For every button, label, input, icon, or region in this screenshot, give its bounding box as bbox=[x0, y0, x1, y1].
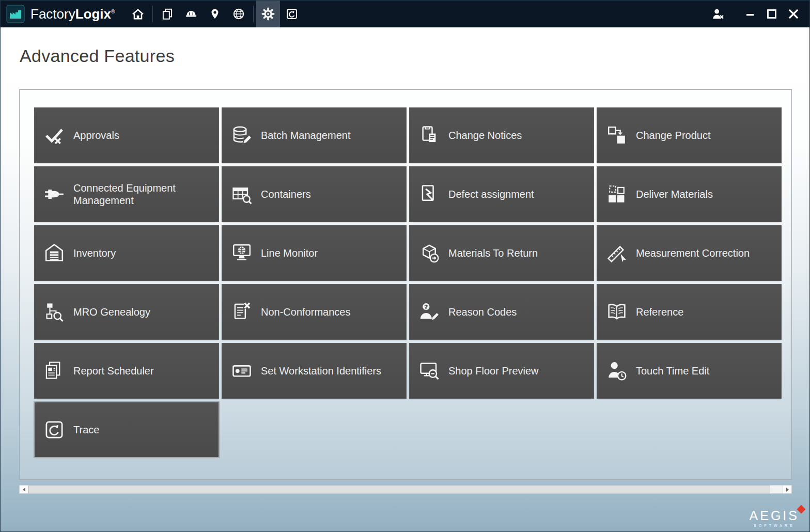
tile-approvals[interactable]: Approvals bbox=[35, 108, 219, 163]
tile-label: Change Notices bbox=[448, 129, 526, 142]
tile-report-scheduler[interactable]: Report Scheduler bbox=[35, 343, 219, 398]
trace-icon[interactable] bbox=[280, 1, 304, 27]
person-question-icon: ? bbox=[417, 300, 442, 324]
tile-label: MRO Genealogy bbox=[73, 306, 154, 318]
app-title: FactoryLogix® bbox=[30, 6, 115, 22]
user-sign-out-icon[interactable] bbox=[706, 1, 730, 27]
factorylogix-logo-icon bbox=[6, 4, 25, 24]
toolbar-separator bbox=[253, 6, 254, 22]
trace-rotate-icon bbox=[42, 417, 67, 442]
tile-containers[interactable]: Containers bbox=[222, 167, 406, 222]
tile-label: Trace bbox=[73, 424, 103, 436]
monitor-search-icon bbox=[417, 358, 442, 383]
globe-icon[interactable] bbox=[227, 1, 251, 27]
tile-label: Materials To Return bbox=[448, 247, 542, 259]
plug-icon bbox=[42, 182, 67, 207]
scroll-left-arrow-icon[interactable] bbox=[20, 486, 28, 493]
tile-label: Non-Conformances bbox=[261, 306, 354, 318]
tile-connected-equipment-management[interactable]: Connected Equipment Management bbox=[35, 167, 219, 222]
warehouse-icon bbox=[42, 241, 67, 265]
tile-change-notices[interactable]: Change Notices bbox=[410, 108, 594, 163]
tile-label: Approvals bbox=[73, 129, 123, 142]
tile-label: Report Scheduler bbox=[73, 365, 158, 377]
toolbar-separator bbox=[152, 6, 153, 22]
tile-line-monitor[interactable]: Line Monitor bbox=[222, 226, 406, 280]
id-badge-icon bbox=[229, 358, 254, 383]
tile-label: Reason Codes bbox=[448, 306, 521, 318]
tile-reason-codes[interactable]: ? Reason Codes bbox=[410, 285, 594, 339]
home-icon[interactable] bbox=[126, 1, 150, 27]
tile-label: Set Workstation Identifiers bbox=[261, 365, 385, 377]
tile-trace[interactable]: Trace bbox=[35, 402, 219, 457]
tile-label: Shop Floor Preview bbox=[448, 365, 543, 377]
tile-change-product[interactable]: Change Product bbox=[597, 108, 781, 163]
horizontal-scrollbar[interactable] bbox=[19, 485, 792, 494]
tile-label: Containers bbox=[261, 188, 315, 200]
location-pin-icon[interactable] bbox=[203, 1, 227, 27]
table-search-icon bbox=[229, 182, 254, 207]
tile-label: Change Product bbox=[636, 129, 715, 142]
aegis-branding: AEGIS SOFTWARE bbox=[750, 508, 799, 527]
svg-text:?: ? bbox=[424, 303, 428, 311]
brand-name: AEGIS bbox=[750, 508, 799, 523]
tile-materials-to-return[interactable]: Materials To Return bbox=[410, 226, 594, 280]
tile-non-conformances[interactable]: Non-Conformances bbox=[222, 285, 406, 339]
approvals-check-icon bbox=[42, 123, 67, 148]
tile-label: Batch Management bbox=[261, 129, 354, 142]
hierarchy-search-icon bbox=[42, 300, 67, 324]
defect-document-icon bbox=[417, 182, 442, 207]
tile-reference[interactable]: Reference bbox=[597, 285, 781, 339]
report-pages-icon bbox=[42, 358, 67, 383]
scroll-right-arrow-icon[interactable] bbox=[783, 486, 791, 493]
tile-label: Touch Time Edit bbox=[636, 365, 713, 377]
tile-label: Measurement Correction bbox=[636, 247, 754, 259]
hard-hat-icon[interactable] bbox=[179, 1, 203, 27]
tile-batch-management[interactable]: Batch Management bbox=[222, 108, 406, 163]
minimize-button[interactable] bbox=[739, 1, 761, 27]
tile-label: Reference bbox=[636, 306, 688, 318]
tile-grid: Approvals Batch Management Change Notice… bbox=[20, 90, 791, 457]
document-change-icon bbox=[417, 123, 442, 148]
tile-defect-assignment[interactable]: Defect assignment bbox=[410, 167, 594, 222]
tile-label: Deliver Materials bbox=[636, 188, 717, 200]
documents-icon[interactable] bbox=[155, 1, 179, 27]
database-edit-icon bbox=[229, 123, 254, 148]
scrollbar-thumb[interactable] bbox=[28, 486, 770, 493]
tile-set-workstation-identifiers[interactable]: Set Workstation Identifiers bbox=[222, 343, 406, 398]
ruler-cursor-icon bbox=[604, 241, 629, 265]
maximize-button[interactable] bbox=[761, 1, 783, 27]
product-swap-icon bbox=[604, 123, 629, 148]
boxes-icon bbox=[604, 182, 629, 207]
tile-label: Line Monitor bbox=[261, 247, 322, 259]
app-window: FactoryLogix® bbox=[0, 0, 810, 532]
monitor-globe-icon bbox=[229, 241, 254, 265]
brand-tagline: SOFTWARE bbox=[750, 524, 799, 527]
document-x-icon bbox=[229, 300, 254, 324]
features-panel: Approvals Batch Management Change Notice… bbox=[19, 89, 792, 480]
person-clock-icon bbox=[604, 358, 629, 383]
tile-shop-floor-preview[interactable]: Shop Floor Preview bbox=[410, 343, 594, 398]
tile-label: Inventory bbox=[73, 247, 120, 259]
titlebar: FactoryLogix® bbox=[1, 1, 809, 27]
tile-measurement-correction[interactable]: Measurement Correction bbox=[597, 226, 781, 280]
close-button[interactable] bbox=[783, 1, 804, 27]
tile-deliver-materials[interactable]: Deliver Materials bbox=[597, 167, 781, 222]
open-book-icon bbox=[604, 300, 629, 324]
tile-mro-genealogy[interactable]: MRO Genealogy bbox=[35, 285, 219, 339]
main-content: Advanced Features Approvals Batch Manage… bbox=[1, 27, 809, 531]
tile-label: Defect assignment bbox=[448, 188, 538, 200]
settings-gear-icon[interactable] bbox=[256, 1, 280, 27]
page-title: Advanced Features bbox=[20, 46, 175, 66]
box-return-icon bbox=[417, 241, 442, 265]
tile-label: Connected Equipment Management bbox=[73, 182, 219, 207]
tile-inventory[interactable]: Inventory bbox=[35, 226, 219, 280]
tile-touch-time-edit[interactable]: Touch Time Edit bbox=[597, 343, 781, 398]
